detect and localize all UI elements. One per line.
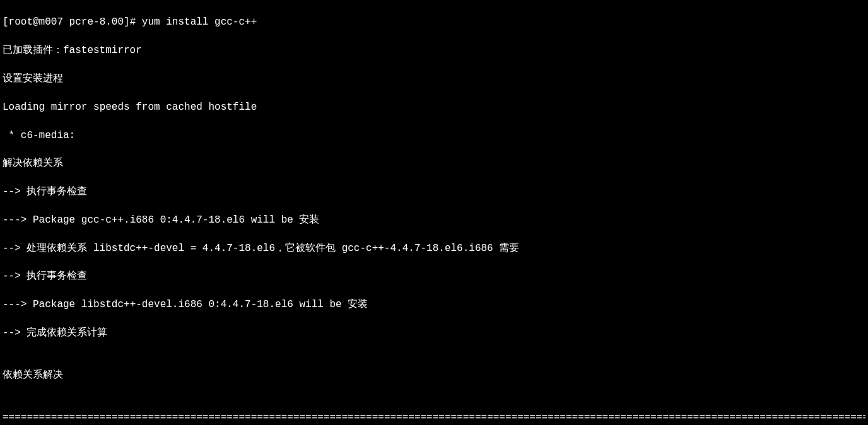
terminal-output: [root@m007 pcre-8.00]# yum install gcc-c…: [0, 0, 868, 425]
output-line: * c6-media:: [3, 129, 865, 143]
output-line: 已加载插件：fastestmirror: [3, 44, 865, 57]
prompt-line: [root@m007 pcre-8.00]# yum install gcc-c…: [3, 15, 865, 29]
output-line: Loading mirror speeds from cached hostfi…: [3, 100, 865, 114]
output-line: 解决依赖关系: [3, 156, 865, 170]
output-line: --> 执行事务检查: [3, 269, 865, 283]
output-line: ---> Package libstdc++-devel.i686 0:4.4.…: [3, 298, 865, 311]
divider-line: ========================================…: [3, 410, 865, 424]
output-line: --> 处理依赖关系 libstdc++-devel = 4.4.7-18.el…: [3, 242, 865, 255]
output-line: 依赖关系解决: [3, 368, 865, 382]
output-line: 设置安装进程: [3, 72, 865, 86]
shell-prompt: [root@m007 pcre-8.00]#: [3, 16, 142, 28]
command-text: yum install gcc-c++: [142, 16, 257, 28]
output-line: --> 执行事务检查: [3, 185, 865, 199]
output-line: --> 完成依赖关系计算: [3, 326, 865, 340]
output-line: ---> Package gcc-c++.i686 0:4.4.7-18.el6…: [3, 213, 865, 227]
